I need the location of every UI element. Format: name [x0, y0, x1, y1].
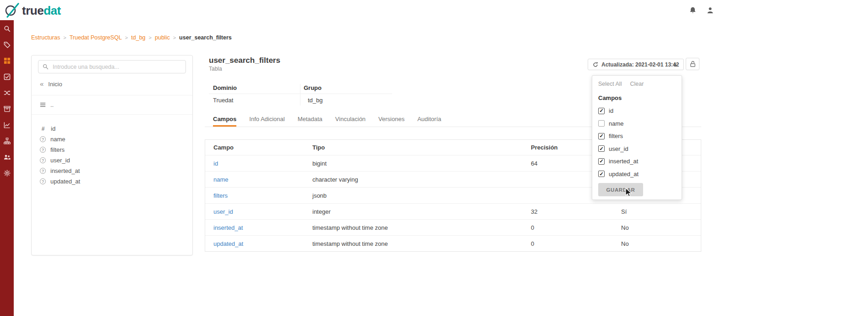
breadcrumb-link[interactable]: Truedat PostgreSQL	[70, 34, 122, 41]
table-row: user_id integer 32 Sí	[205, 203, 701, 219]
checkbox[interactable]: ✓	[598, 171, 605, 177]
field-label: name	[50, 136, 66, 143]
refresh-icon	[593, 62, 598, 67]
option-inserted-at[interactable]: ✓ inserted_at	[598, 155, 678, 168]
field-link[interactable]: inserted_at	[205, 224, 304, 231]
tab-campos[interactable]: Campos	[213, 113, 236, 127]
field-list-item[interactable]: ? inserted_at	[32, 166, 192, 176]
table-row: updated_at timestamp without time zone 0…	[205, 235, 701, 251]
field-link[interactable]: id	[205, 160, 304, 167]
sidebar-item-tags[interactable]	[4, 41, 11, 48]
question-icon: ?	[40, 136, 46, 142]
sidebar-item-structures[interactable]	[4, 57, 11, 64]
field-list-item[interactable]: # id	[32, 123, 192, 134]
field-list-item[interactable]: ? updated_at	[32, 176, 192, 187]
box-icon	[4, 105, 11, 112]
field-visibility-button[interactable]	[670, 60, 680, 70]
checkbox[interactable]: ✓	[598, 133, 605, 139]
user-menu-icon[interactable]	[706, 6, 714, 14]
breadcrumb-separator: >	[125, 35, 128, 40]
divider	[32, 95, 192, 95]
sidebar-item-search[interactable]	[4, 25, 11, 32]
clear-link[interactable]: Clear	[630, 81, 644, 87]
sidebar-item-lineage[interactable]	[4, 138, 11, 144]
option-name[interactable]: ✓ name	[598, 117, 678, 130]
field-link[interactable]: name	[205, 176, 304, 183]
tab-metadata[interactable]: Metadata	[298, 113, 322, 127]
field-type: timestamp without time zone	[304, 240, 523, 247]
breadcrumb-link[interactable]: public	[155, 34, 170, 41]
sidebar-item-settings[interactable]	[4, 170, 11, 177]
tab-auditoria[interactable]: Auditoría	[417, 113, 441, 127]
sidebar-item-archive[interactable]	[4, 105, 11, 112]
notifications-bell-icon[interactable]	[688, 6, 697, 14]
tab-label: Vinculación	[335, 116, 366, 122]
grupo-value: td_bg	[308, 97, 323, 104]
divider	[300, 84, 300, 105]
breadcrumb-link[interactable]: Estructuras	[31, 34, 60, 41]
field-list-item[interactable]: ? user_id	[32, 155, 192, 166]
browser-parent-item[interactable]: ..	[40, 100, 54, 110]
check-icon: ✓	[599, 159, 603, 164]
parent-label: ..	[50, 101, 54, 108]
logo-text: truedat	[22, 3, 61, 18]
breadcrumb-separator: >	[173, 35, 176, 40]
gear-icon	[4, 170, 11, 177]
field-link[interactable]: updated_at	[205, 240, 304, 247]
breadcrumb-link[interactable]: td_bg	[131, 34, 145, 41]
check-icon: ✓	[599, 146, 603, 151]
field-label: inserted_at	[50, 167, 80, 174]
tasks-icon	[4, 73, 11, 80]
sidebar-item-tasks[interactable]	[4, 73, 11, 80]
check-icon: ✓	[599, 172, 603, 177]
option-user-id[interactable]: ✓ user_id	[598, 143, 678, 155]
sidebar-item-relations[interactable]	[4, 89, 11, 96]
lock-button[interactable]	[686, 58, 699, 70]
truedat-logo[interactable]: truedat	[5, 3, 61, 18]
field-list-item[interactable]: ? name	[32, 134, 192, 144]
top-header: truedat	[0, 0, 868, 20]
checkbox[interactable]: ✓	[598, 145, 605, 152]
field-type: timestamp without time zone	[304, 224, 523, 231]
select-all-link[interactable]: Select All	[598, 81, 622, 87]
search-icon	[4, 25, 11, 32]
check-icon: ✓	[599, 108, 603, 113]
option-filters[interactable]: ✓ filters	[598, 130, 678, 143]
option-updated-at[interactable]: ✓ updated_at	[598, 168, 678, 181]
tab-label: Metadata	[298, 116, 322, 122]
field-link[interactable]: filters	[205, 192, 304, 199]
shuffle-icon	[4, 89, 11, 96]
question-icon: ?	[40, 168, 46, 174]
home-label: Inicio	[48, 81, 62, 88]
page-title: user_search_filters	[209, 56, 280, 65]
browser-home-item[interactable]: « Inicio	[40, 79, 62, 89]
field-nullable: Sí	[613, 208, 701, 215]
guardar-button[interactable]: GUARDAR	[598, 183, 643, 196]
option-label: user_id	[609, 145, 628, 152]
table-row: inserted_at timestamp without time zone …	[205, 219, 701, 235]
bug-icon	[673, 61, 677, 69]
tab-info-adicional[interactable]: Info Adicional	[249, 113, 284, 127]
breadcrumb-separator: >	[63, 35, 66, 40]
field-type: integer	[304, 208, 523, 215]
dropdown-options: ✓ id ✓ name ✓ filters ✓ user_id ✓ insert…	[598, 105, 678, 180]
checkbox[interactable]: ✓	[598, 120, 605, 127]
field-link[interactable]: user_id	[205, 208, 304, 215]
checkbox[interactable]: ✓	[598, 158, 605, 165]
chart-icon	[4, 122, 11, 128]
field-list-item[interactable]: ? filters	[32, 144, 192, 155]
question-icon: ?	[40, 157, 46, 163]
tab-versiones[interactable]: Versiones	[378, 113, 404, 127]
tab-vinculacion[interactable]: Vinculación	[335, 113, 366, 127]
checkbox[interactable]: ✓	[598, 108, 605, 114]
double-chevron-left-icon: «	[40, 81, 44, 87]
dominio-label: Dominio	[213, 84, 237, 91]
divider	[209, 94, 392, 94]
refresh-updated-button[interactable]: Actualizada: 2021-02-01 13:42	[588, 59, 684, 70]
structure-search-input[interactable]	[52, 63, 181, 71]
sidebar-item-analytics[interactable]	[4, 122, 11, 128]
sidebar	[0, 20, 14, 316]
field-label: id	[51, 125, 55, 132]
sidebar-item-users[interactable]	[4, 154, 11, 161]
option-id[interactable]: ✓ id	[598, 105, 678, 117]
